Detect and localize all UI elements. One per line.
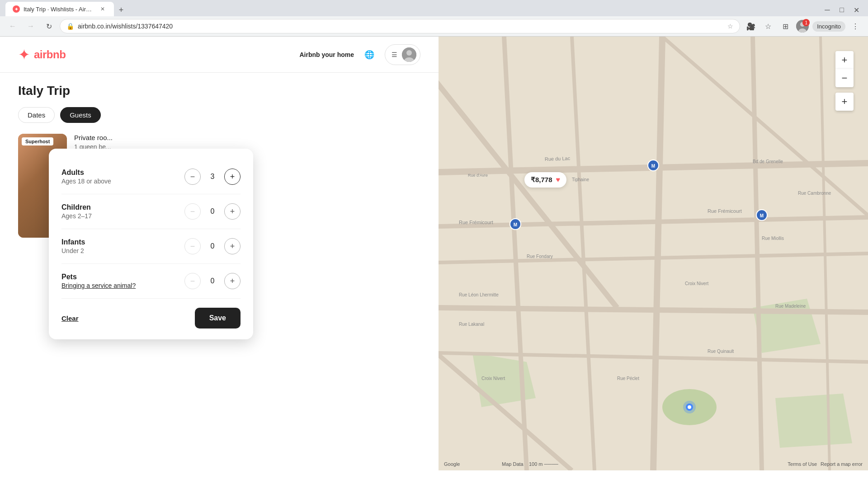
children-controls: − 0 + <box>184 203 241 220</box>
screen-capture-button[interactable]: 🎥 <box>744 19 758 33</box>
children-increase-button[interactable]: + <box>224 203 241 220</box>
active-tab[interactable]: ✦ Italy Trip · Wishlists - Airbnb ✕ <box>5 2 114 16</box>
airbnb-logo[interactable]: ✦ airbnb <box>18 46 66 63</box>
svg-point-48 <box>688 405 691 409</box>
adults-controls: − 3 + <box>184 169 241 185</box>
map-terms: Terms of Use Report a map error <box>788 461 863 467</box>
guests-tab[interactable]: Guests <box>60 107 101 123</box>
svg-text:Rue Quinault: Rue Quinault <box>708 349 734 354</box>
infants-controls: − 0 + <box>184 238 241 254</box>
page-title: Italy Trip <box>18 84 420 98</box>
svg-text:Rue Miollis: Rue Miollis <box>762 236 784 241</box>
dates-tab[interactable]: Dates <box>18 107 55 123</box>
children-desc: Ages 2–17 <box>61 212 92 220</box>
address-bar[interactable]: 🔒 airbnb.co.in/wishlists/1337647420 ☆ <box>60 19 740 33</box>
minimize-button[interactable]: ─ <box>821 4 834 16</box>
svg-text:Rue d'Avre: Rue d'Avre <box>468 173 488 178</box>
infants-info: Infants Under 2 <box>61 238 85 254</box>
svg-text:Bd de Grenelle: Bd de Grenelle <box>753 159 783 164</box>
user-avatar <box>402 47 416 62</box>
reload-button[interactable]: ↻ <box>42 19 56 33</box>
pets-increase-button[interactable]: + <box>224 273 241 289</box>
lock-icon: 🔒 <box>66 23 74 30</box>
restore-button[interactable]: □ <box>835 4 848 16</box>
infants-decrease-button[interactable]: − <box>184 238 201 254</box>
infants-increase-button[interactable]: + <box>224 238 241 254</box>
svg-text:Croix Nivert: Croix Nivert <box>481 376 505 381</box>
map-attribution: Google <box>444 461 460 467</box>
pets-row: Pets Bringing a service animal? − 0 + <box>61 264 241 299</box>
scale-label: 100 m <box>529 461 543 467</box>
bookmark-icon: ☆ <box>727 23 733 30</box>
guest-dropdown: Adults Ages 18 or above − 3 + Children A… <box>49 149 253 339</box>
svg-text:Rue du Lac: Rue du Lac <box>545 155 571 162</box>
tab-close-button[interactable]: ✕ <box>99 5 107 13</box>
infants-row: Infants Under 2 − 0 + <box>61 229 241 264</box>
adults-row: Adults Ages 18 or above − 3 + <box>61 160 241 194</box>
dropdown-footer: Clear Save <box>61 308 241 328</box>
browser-chrome: ✦ Italy Trip · Wishlists - Airbnb ✕ + ─ … <box>0 0 868 37</box>
forward-button[interactable]: → <box>24 19 38 33</box>
svg-text:M: M <box>651 164 655 169</box>
close-window-button[interactable]: ✕ <box>850 4 863 16</box>
infants-desc: Under 2 <box>61 247 85 254</box>
svg-text:Rue Frémicourt: Rue Frémicourt <box>708 208 742 214</box>
bookmark-button[interactable]: ☆ <box>761 19 775 33</box>
pets-count: 0 <box>208 277 217 285</box>
adults-decrease-button[interactable]: − <box>184 169 201 185</box>
terms-of-use-link[interactable]: Terms of Use <box>788 461 817 467</box>
browser-actions: 🎥 ☆ ⊞ 1 Incognito ⋮ <box>744 19 863 33</box>
incognito-text: Incognito <box>817 23 841 30</box>
svg-text:Rue Lakanal: Rue Lakanal <box>459 322 484 327</box>
extensions-button[interactable]: ⊞ <box>778 19 793 33</box>
adults-increase-button[interactable]: + <box>224 169 241 185</box>
hamburger-icon: ☰ <box>392 51 397 58</box>
children-decrease-button[interactable]: − <box>184 203 201 220</box>
infants-count: 0 <box>208 242 217 250</box>
user-menu[interactable]: ☰ <box>385 44 420 65</box>
profile-button[interactable]: 1 <box>795 19 810 33</box>
left-panel: ✦ airbnb Airbnb your home 🌐 ☰ <box>0 37 439 470</box>
map-expand-button[interactable]: + <box>835 93 854 111</box>
tab-title: Italy Trip · Wishlists - Airbnb <box>24 6 95 13</box>
svg-text:Rue Fondary: Rue Fondary <box>527 254 553 259</box>
new-tab-button[interactable]: + <box>115 4 127 16</box>
map-container[interactable]: M M M Rue du Lac Rue Frémicourt Rue Frém… <box>439 37 868 470</box>
map-zoom-in-button[interactable]: + <box>835 51 854 69</box>
clear-button[interactable]: Clear <box>61 314 79 322</box>
save-button[interactable]: Save <box>195 308 241 328</box>
svg-text:Rue Frémicourt: Rue Frémicourt <box>459 220 493 225</box>
map-zoom-out-button[interactable]: − <box>835 69 854 87</box>
report-error-link[interactable]: Report a map error <box>821 461 863 467</box>
pets-controls: − 0 + <box>184 273 241 289</box>
map-svg: M M M Rue du Lac Rue Frémicourt Rue Frém… <box>439 37 868 470</box>
incognito-label: Incognito <box>812 21 845 32</box>
url-text: airbnb.co.in/wishlists/1337647420 <box>78 23 724 30</box>
globe-button[interactable]: 🌐 <box>361 47 377 63</box>
children-row: Children Ages 2–17 − 0 + <box>61 194 241 229</box>
svg-marker-9 <box>775 394 852 448</box>
svg-text:Tiphaine: Tiphaine <box>572 177 589 182</box>
svg-text:Rue Madeleine: Rue Madeleine <box>775 304 806 309</box>
right-panel: M M M Rue du Lac Rue Frémicourt Rue Frém… <box>439 37 868 470</box>
adults-desc: Ages 18 or above <box>61 178 111 185</box>
filter-tabs: Dates Guests <box>18 107 420 123</box>
svg-text:Rue Cambronne: Rue Cambronne <box>798 191 831 196</box>
airbnb-your-home-link[interactable]: Airbnb your home <box>299 51 354 58</box>
map-data-label: Map Data <box>502 461 524 467</box>
listing-name: Private roo... <box>74 134 420 141</box>
pets-label: Pets <box>61 273 136 281</box>
service-animal-link[interactable]: Bringing a service animal? <box>61 282 136 289</box>
map-price-tag[interactable]: ₹8,778 ♥ <box>524 172 566 188</box>
superhost-badge: Superhost <box>22 137 53 145</box>
tab-bar: ✦ Italy Trip · Wishlists - Airbnb ✕ + ─ … <box>0 0 868 16</box>
svg-text:M: M <box>760 213 764 218</box>
map-scale: Map Data 100 m ──── <box>502 461 558 467</box>
adults-info: Adults Ages 18 or above <box>61 169 111 185</box>
airbnb-logo-icon: ✦ <box>18 46 30 63</box>
back-button[interactable]: ← <box>5 19 20 33</box>
page-layout: ✦ airbnb Airbnb your home 🌐 ☰ <box>0 37 868 470</box>
more-options-button[interactable]: ⋮ <box>848 19 863 33</box>
svg-text:Rue Péclet: Rue Péclet <box>617 376 639 381</box>
pets-decrease-button[interactable]: − <box>184 273 201 289</box>
